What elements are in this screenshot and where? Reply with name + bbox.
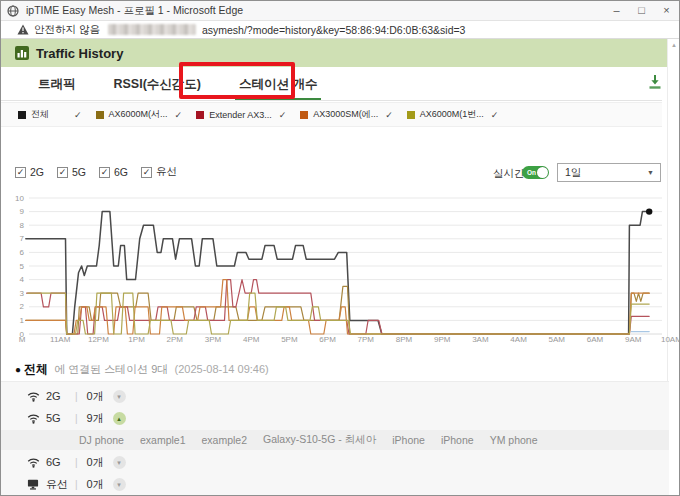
device-name: Galaxy-S10-5G - 최세아: [263, 433, 376, 447]
period-select[interactable]: 1일 ▼: [557, 163, 661, 182]
svg-text:8: 8: [20, 221, 25, 230]
svg-text:2: 2: [20, 302, 25, 311]
legend-check-icon: ✓: [385, 110, 393, 120]
legend-color-swatch: [407, 111, 415, 119]
band-checkbox-5G[interactable]: ✓5G: [57, 166, 86, 178]
close-button[interactable]: ×: [654, 1, 679, 21]
chevron-down-icon: ▼: [647, 164, 654, 181]
window-title: ipTIME Easy Mesh - 프로필 1 - Microsoft Edg…: [26, 4, 243, 18]
download-button[interactable]: [647, 74, 665, 92]
station-band-label: 6G: [46, 456, 73, 468]
expand-button[interactable]: ▾: [113, 478, 126, 491]
svg-text:7PM: 7PM: [358, 335, 375, 344]
svg-text:4PM: 4PM: [243, 335, 260, 344]
legend-item[interactable]: AX3000SM(에...✓: [300, 108, 393, 121]
summary-line: ● 전체 에 연결된 스테이션 9대 (2025-08-14 09:46): [15, 361, 269, 378]
wifi-icon-wrap: [27, 413, 42, 424]
svg-text:8PM: 8PM: [396, 335, 413, 344]
station-band-label: 유선: [46, 477, 73, 492]
scroll-up-arrow-icon[interactable]: ▲: [668, 39, 680, 51]
svg-text:10AM: 10AM: [661, 335, 680, 344]
redacted-host-blur: [108, 24, 196, 35]
legend-item[interactable]: AX6000M(1번...✓: [407, 108, 499, 121]
summary-scope: 전체: [24, 362, 48, 376]
legend-label: AX3000SM(에...: [313, 108, 378, 121]
device-list: DJ phoneexample1example2Galaxy-S10-5G - …: [1, 430, 669, 450]
device-name: example1: [140, 434, 186, 446]
bullet-icon: ●: [15, 364, 21, 375]
toggle-state-label: On: [527, 169, 536, 176]
wired-monitor-icon: [27, 479, 39, 490]
legend-color-swatch: [18, 111, 26, 119]
band-checkbox-6G[interactable]: ✓6G: [99, 166, 128, 178]
wifi-icon: [27, 413, 40, 424]
band-label: 5G: [72, 166, 86, 178]
station-row-5G: 5G|9개▴: [1, 407, 669, 429]
wired-icon-wrap: [27, 479, 42, 490]
band-checkbox-group: ✓2G✓5G✓6G✓유선: [15, 165, 190, 179]
band-checkbox-유선[interactable]: ✓유선: [141, 165, 177, 179]
legend-label: AX6000M(1번...: [420, 108, 484, 121]
svg-text:9: 9: [20, 207, 25, 216]
device-name: iPhone: [441, 434, 474, 446]
band-checkbox-2G[interactable]: ✓2G: [15, 166, 44, 178]
realtime-label: 실시간: [493, 167, 525, 181]
svg-text:3: 3: [20, 289, 25, 298]
toggle-knob: [537, 167, 548, 178]
legend-label: Extender AX3...: [209, 110, 272, 120]
legend-item[interactable]: Extender AX3...✓: [196, 110, 286, 120]
svg-text:5AM: 5AM: [549, 335, 566, 344]
period-value: 1일: [565, 166, 581, 178]
expand-button[interactable]: ▾: [113, 456, 126, 469]
svg-text:6AM: 6AM: [587, 335, 604, 344]
wifi-icon-wrap: [27, 457, 42, 468]
station-count: 9개: [87, 411, 113, 426]
band-label: 2G: [30, 166, 44, 178]
device-name: YM phone: [490, 434, 538, 446]
page-header: Traffic History: [1, 39, 669, 67]
expand-button[interactable]: ▾: [113, 390, 126, 403]
band-label: 6G: [114, 166, 128, 178]
checkbox-icon: ✓: [99, 167, 110, 178]
separator: |: [75, 391, 78, 402]
summary-timestamp: (2025-08-14 09:46): [175, 363, 269, 375]
svg-text:10: 10: [15, 194, 24, 203]
legend-label: 전체: [31, 108, 67, 121]
svg-text:9AM: 9AM: [625, 335, 642, 344]
svg-text:3PM: 3PM: [205, 335, 222, 344]
legend-item[interactable]: 전체✓: [18, 108, 82, 121]
band-label: 유선: [156, 165, 177, 179]
stations-chart: 012345678910M11AM12PM1PM2PM3PM4PM5PM6PM7…: [1, 189, 680, 351]
svg-text:5: 5: [20, 262, 25, 271]
realtime-toggle[interactable]: On: [522, 166, 549, 179]
globe-favicon-icon: [7, 5, 19, 17]
address-bar[interactable]: 안전하지 않음 asymesh/?mode=history&key=58:86:…: [1, 21, 679, 39]
legend-check-icon: ✓: [74, 110, 82, 120]
wifi-icon-wrap: [27, 391, 42, 402]
svg-text:5PM: 5PM: [281, 335, 298, 344]
title-bar: ipTIME Easy Mesh - 프로필 1 - Microsoft Edg…: [1, 1, 679, 21]
checkbox-icon: ✓: [141, 167, 152, 178]
tab-traffic[interactable]: 트래픽: [34, 67, 80, 100]
station-row-2G: 2G|0개▾: [1, 385, 669, 407]
tab-station-count[interactable]: 스테이션 개수: [235, 67, 321, 100]
svg-text:1: 1: [20, 316, 25, 325]
wifi-icon: [27, 457, 40, 468]
not-secure-warning-icon: [17, 24, 29, 35]
svg-text:3AM: 3AM: [472, 335, 489, 344]
svg-text:1PM: 1PM: [128, 335, 145, 344]
minimize-button[interactable]: –: [604, 1, 629, 21]
station-band-label: 2G: [46, 390, 73, 402]
tab-rssi[interactable]: RSSI(수신감도): [110, 67, 206, 100]
legend-color-swatch: [300, 111, 308, 119]
maximize-button[interactable]: □: [629, 1, 654, 21]
device-name: example2: [201, 434, 247, 446]
summary-text: 에 연결된 스테이션 9대: [54, 363, 168, 375]
svg-text:11AM: 11AM: [50, 335, 71, 344]
legend-item[interactable]: AX6000M(서...✓: [96, 108, 183, 121]
separator: |: [75, 457, 78, 468]
legend-color-swatch: [96, 111, 104, 119]
legend-check-icon: ✓: [279, 110, 287, 120]
collapse-button[interactable]: ▴: [113, 412, 126, 425]
svg-text:6: 6: [20, 248, 25, 257]
